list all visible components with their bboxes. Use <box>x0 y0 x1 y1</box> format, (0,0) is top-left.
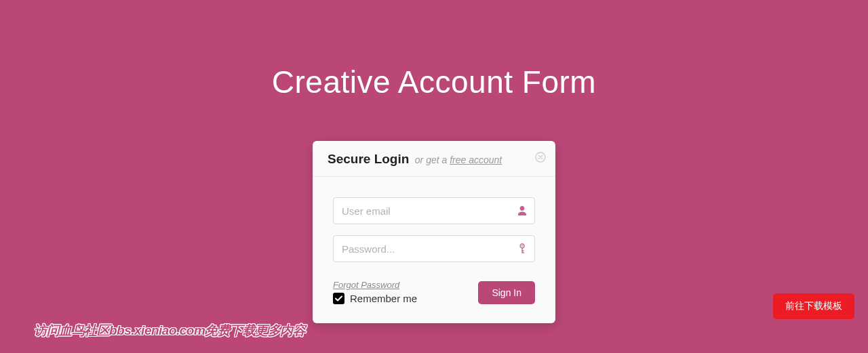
remember-checkbox[interactable] <box>333 293 344 304</box>
download-template-button[interactable]: 前往下载模板 <box>773 293 854 319</box>
card-subtitle: or get a free account <box>415 154 502 165</box>
password-input[interactable] <box>333 235 535 262</box>
email-input[interactable] <box>333 197 535 224</box>
watermark-text: 访问血鸟社区bbs.xieniao.com免费下载更多内容 <box>34 322 305 339</box>
card-header: Secure Login or get a free account <box>313 141 555 177</box>
forgot-password-link[interactable]: Forgot Password <box>333 280 417 290</box>
remember-label: Remember me <box>350 293 417 304</box>
password-field-wrap <box>333 235 535 262</box>
user-icon <box>517 205 527 216</box>
login-card: Secure Login or get a free account Forgo… <box>313 141 555 323</box>
close-icon[interactable] <box>535 152 546 163</box>
remember-row: Remember me <box>333 293 417 304</box>
free-account-link[interactable]: free account <box>450 154 502 165</box>
email-field-wrap <box>333 197 535 224</box>
card-title: Secure Login <box>328 152 409 166</box>
key-icon <box>517 243 527 254</box>
card-body: Forgot Password Remember me Sign In <box>313 177 555 323</box>
form-footer-left: Forgot Password Remember me <box>333 280 417 304</box>
card-subtitle-prefix: or get a <box>415 154 450 165</box>
svg-point-2 <box>521 245 523 247</box>
page-title: Creative Account Form <box>0 0 868 100</box>
form-footer: Forgot Password Remember me Sign In <box>333 280 535 304</box>
signin-button[interactable]: Sign In <box>478 281 535 304</box>
